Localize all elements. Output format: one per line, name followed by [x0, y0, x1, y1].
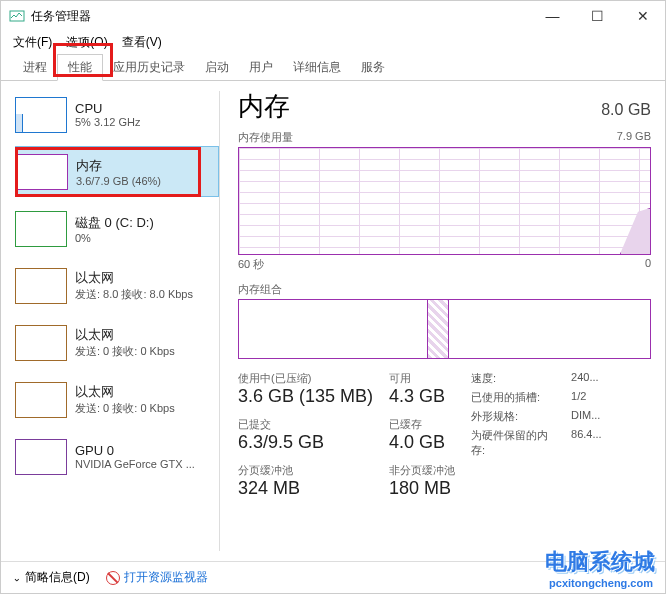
memory-sub: 3.6/7.9 GB (46%)	[76, 175, 161, 187]
tabbar: 进程 性能 应用历史记录 启动 用户 详细信息 服务	[1, 53, 665, 81]
sidebar-item-cpu[interactable]: CPU5% 3.12 GHz	[15, 89, 219, 140]
maximize-button[interactable]: ☐	[575, 1, 620, 31]
gpu-thumb	[15, 439, 67, 475]
close-button[interactable]: ✕	[620, 1, 665, 31]
net1-label: 以太网	[75, 269, 193, 287]
paged-value: 324 MB	[238, 478, 373, 499]
detail-capacity: 8.0 GB	[601, 101, 651, 119]
sidebar-item-ethernet-1[interactable]: 以太网发送: 8.0 接收: 8.0 Kbps	[15, 260, 219, 311]
sidebar-item-ethernet-2[interactable]: 以太网发送: 0 接收: 0 Kbps	[15, 317, 219, 368]
net2-sub: 发送: 0 接收: 0 Kbps	[75, 344, 175, 359]
menu-options[interactable]: 选项(O)	[60, 32, 113, 53]
available-label: 可用	[389, 371, 455, 386]
chevron-up-icon: ⌃	[13, 572, 21, 583]
memory-thumb	[16, 154, 68, 190]
net2-label: 以太网	[75, 326, 175, 344]
speed-val: 240...	[571, 371, 599, 386]
cpu-label: CPU	[75, 101, 140, 116]
menubar: 文件(F) 选项(O) 查看(V)	[1, 31, 665, 53]
taskmgr-icon	[9, 8, 25, 24]
tab-startup[interactable]: 启动	[195, 55, 239, 80]
net1-sub: 发送: 8.0 接收: 8.0 Kbps	[75, 287, 193, 302]
sidebar-item-gpu[interactable]: GPU 0NVIDIA GeForce GTX ...	[15, 431, 219, 482]
net1-thumb	[15, 268, 67, 304]
memory-usage-chart[interactable]	[238, 147, 651, 255]
reserved-key: 为硬件保留的内存:	[471, 428, 561, 458]
window-title: 任务管理器	[31, 8, 530, 25]
x-axis-end: 0	[645, 257, 651, 272]
cpu-thumb	[15, 97, 67, 133]
titlebar: 任务管理器 — ☐ ✕	[1, 1, 665, 31]
net3-thumb	[15, 382, 67, 418]
in-use-value: 3.6 GB (135 MB)	[238, 386, 373, 407]
net3-label: 以太网	[75, 383, 175, 401]
slots-key: 已使用的插槽:	[471, 390, 561, 405]
committed-value: 6.3/9.5 GB	[238, 432, 373, 453]
detail-pane: 内存 8.0 GB 内存使用量 7.9 GB 60 秒 0 内存组合 使用中(已…	[220, 81, 665, 561]
sidebar-item-ethernet-3[interactable]: 以太网发送: 0 接收: 0 Kbps	[15, 374, 219, 425]
paged-label: 分页缓冲池	[238, 463, 373, 478]
disk-label: 磁盘 0 (C: D:)	[75, 214, 154, 232]
usage-chart-max: 7.9 GB	[617, 130, 651, 145]
committed-label: 已提交	[238, 417, 373, 432]
net2-thumb	[15, 325, 67, 361]
cpu-sub: 5% 3.12 GHz	[75, 116, 140, 128]
form-key: 外形规格:	[471, 409, 561, 424]
disk-thumb	[15, 211, 67, 247]
gpu-label: GPU 0	[75, 443, 195, 458]
minimize-button[interactable]: —	[530, 1, 575, 31]
fewer-details-button[interactable]: ⌃简略信息(D)	[13, 569, 90, 586]
available-value: 4.3 GB	[389, 386, 455, 407]
tab-details[interactable]: 详细信息	[283, 55, 351, 80]
disk-sub: 0%	[75, 232, 154, 244]
menu-view[interactable]: 查看(V)	[116, 32, 168, 53]
net3-sub: 发送: 0 接收: 0 Kbps	[75, 401, 175, 416]
sidebar-item-disk[interactable]: 磁盘 0 (C: D:)0%	[15, 203, 219, 254]
perf-sidebar: CPU5% 3.12 GHz 内存3.6/7.9 GB (46%) 磁盘 0 (…	[1, 81, 219, 561]
stats-grid: 使用中(已压缩)3.6 GB (135 MB) 已提交6.3/9.5 GB 分页…	[238, 371, 651, 499]
tab-performance[interactable]: 性能	[57, 54, 103, 81]
tab-processes[interactable]: 进程	[13, 55, 57, 80]
usage-chart-label: 内存使用量	[238, 130, 293, 145]
sidebar-item-memory[interactable]: 内存3.6/7.9 GB (46%)	[15, 146, 219, 197]
open-resource-monitor-link[interactable]: 打开资源监视器	[106, 569, 208, 586]
memory-composition-chart[interactable]	[238, 299, 651, 359]
gpu-sub: NVIDIA GeForce GTX ...	[75, 458, 195, 470]
tab-services[interactable]: 服务	[351, 55, 395, 80]
slots-val: 1/2	[571, 390, 586, 405]
tab-app-history[interactable]: 应用历史记录	[103, 55, 195, 80]
cached-label: 已缓存	[389, 417, 455, 432]
memory-label: 内存	[76, 157, 161, 175]
reserved-val: 86.4...	[571, 428, 602, 458]
nonpaged-label: 非分页缓冲池	[389, 463, 455, 478]
speed-key: 速度:	[471, 371, 561, 386]
cached-value: 4.0 GB	[389, 432, 455, 453]
in-use-label: 使用中(已压缩)	[238, 371, 373, 386]
resmon-icon	[106, 571, 120, 585]
detail-heading: 内存	[238, 89, 290, 124]
composition-label: 内存组合	[238, 282, 651, 297]
x-axis-start: 60 秒	[238, 257, 264, 272]
tab-users[interactable]: 用户	[239, 55, 283, 80]
nonpaged-value: 180 MB	[389, 478, 455, 499]
menu-file[interactable]: 文件(F)	[7, 32, 58, 53]
watermark-url: pcxitongcheng.com	[549, 577, 653, 589]
form-val: DIM...	[571, 409, 600, 424]
